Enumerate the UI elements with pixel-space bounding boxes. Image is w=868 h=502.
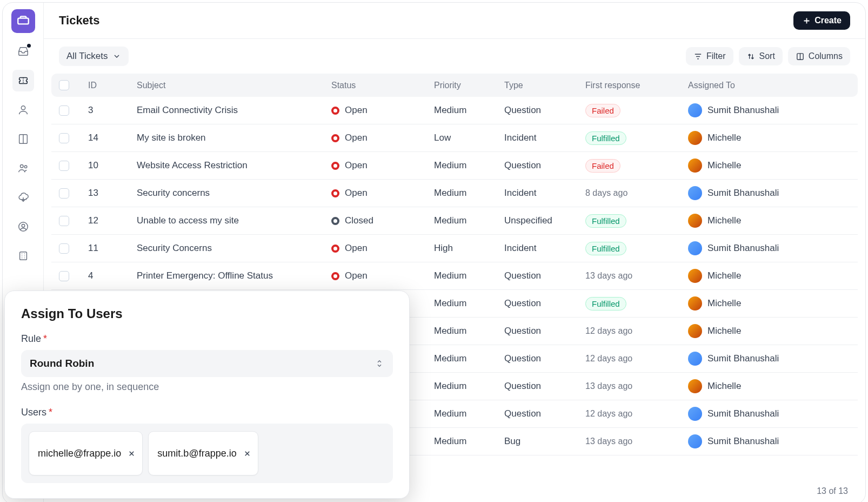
cell-type: Bug [504,436,585,447]
cell-id: 10 [88,160,137,171]
select-all-checkbox[interactable] [59,80,69,90]
chip-remove-button[interactable] [128,450,136,458]
status-dot-icon [331,134,339,142]
table-row[interactable]: 10Website Access RestrictionOpenMediumQu… [51,152,858,180]
cell-priority: Medium [434,215,504,226]
cell-status: Open [331,270,434,281]
status-dot-icon [331,217,339,225]
cell-assigned: Michelle [688,269,850,283]
cell-first-response: Fulfilled [585,214,688,228]
avatar [688,214,702,228]
assigned-name: Michelle [707,270,741,281]
status-dot-icon [331,189,339,197]
col-type: Type [504,81,585,90]
cell-subject: Security concerns [137,188,331,199]
table-row[interactable]: 13Security concernsOpenMediumIncident8 d… [51,180,858,207]
row-checkbox[interactable] [59,243,69,254]
create-button-label: Create [814,16,842,25]
columns-label: Columns [809,51,843,61]
cell-assigned: Sumit Bhanushali [688,352,850,366]
cell-priority: Low [434,133,504,143]
assigned-name: Sumit Bhanushali [707,105,779,116]
avatar [688,296,702,311]
cell-priority: Medium [434,188,504,199]
cell-status: Open [331,243,434,254]
status-text: Open [345,243,368,254]
assigned-name: Michelle [707,133,741,143]
table-row[interactable]: 12Unable to access my siteClosedMediumUn… [51,207,858,235]
inbox-icon[interactable] [12,41,34,62]
view-dropdown[interactable]: All Tickets [59,47,129,66]
filter-button[interactable]: Filter [686,47,733,65]
status-dot-icon [331,245,339,253]
response-time: 13 days ago [585,437,632,446]
cell-type: Question [504,381,585,392]
cell-first-response: 12 days ago [585,326,688,336]
cell-type: Incident [504,243,585,254]
ticket-icon[interactable] [12,70,34,91]
cell-assigned: Sumit Bhanushali [688,434,850,448]
assigned-name: Sumit Bhanushali [707,436,779,447]
cell-assigned: Sumit Bhanushali [688,186,850,200]
status-text: Open [345,270,368,281]
table-row[interactable]: 3Email Connectivity CrisisOpenMediumQues… [51,97,858,124]
rule-label: Rule [21,333,41,345]
assigned-name: Michelle [707,381,741,392]
row-checkbox[interactable] [59,133,69,143]
response-time: 13 days ago [585,381,632,391]
status-text: Open [345,160,368,171]
user-chip: sumit.b@frappe.io [148,431,258,475]
columns-button[interactable]: Columns [788,47,850,65]
cell-priority: Medium [434,436,504,447]
row-checkbox[interactable] [59,216,69,226]
avatar [688,241,702,255]
row-checkbox[interactable] [59,188,69,199]
cell-subject: Security Concerns [137,243,331,254]
col-status: Status [331,81,434,90]
cell-type: Question [504,160,585,171]
cell-status: Open [331,133,434,143]
cell-first-response: Fulfilled [585,297,688,311]
table-row[interactable]: 4Printer Emergency: Offline StatusOpenMe… [51,262,858,290]
team-icon[interactable] [12,157,34,179]
row-checkbox[interactable] [59,105,69,116]
response-badge: Fulfilled [585,242,626,255]
building-icon[interactable] [12,245,34,267]
rule-select[interactable]: Round Robin [21,350,393,377]
cell-subject: Printer Emergency: Offline Status [137,270,331,281]
cloud-icon[interactable] [12,187,34,208]
chip-remove-button[interactable] [243,450,251,458]
table-row[interactable]: 11Security ConcernsOpenHighIncidentFulfi… [51,235,858,262]
cell-first-response: 12 days ago [585,408,688,419]
user-icon[interactable] [12,99,34,121]
cell-assigned: Michelle [688,379,850,393]
cell-type: Question [504,408,585,419]
cell-type: Incident [504,188,585,199]
svg-rect-0 [18,18,29,24]
cell-priority: High [434,243,504,254]
response-time: 8 days ago [585,188,627,197]
row-checkbox[interactable] [59,161,69,171]
book-icon[interactable] [12,128,34,150]
cell-assigned: Michelle [688,214,850,228]
users-label: Users [21,407,46,418]
row-checkbox[interactable] [59,271,69,281]
cell-priority: Medium [434,326,504,336]
assigned-name: Michelle [707,160,741,171]
sort-button[interactable]: Sort [739,47,783,65]
cell-subject: Unable to access my site [137,215,331,226]
col-first-response: First response [585,81,688,90]
table-row[interactable]: 14My site is brokenOpenLowIncidentFulfil… [51,124,858,152]
profile-icon[interactable] [12,216,34,237]
cell-type: Question [504,105,585,116]
create-button[interactable]: Create [793,11,850,30]
cell-assigned: Michelle [688,296,850,311]
avatar [688,379,702,393]
users-input[interactable]: michelle@frappe.iosumit.b@frappe.io [21,424,393,483]
assigned-name: Sumit Bhanushali [707,188,779,199]
assigned-name: Sumit Bhanushali [707,408,779,419]
cell-assigned: Michelle [688,131,850,145]
cell-first-response: 12 days ago [585,353,688,364]
cell-id: 13 [88,188,137,199]
assigned-name: Michelle [707,326,741,336]
